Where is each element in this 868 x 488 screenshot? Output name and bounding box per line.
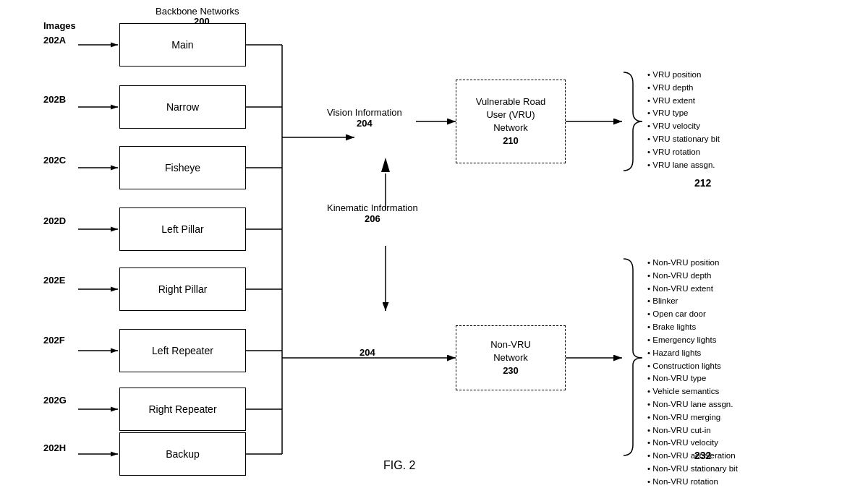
non-vru-output-list: Non-VRU positionNon-VRU depthNon-VRU ext…: [647, 257, 738, 488]
vru-net-line2: User (VRU): [476, 108, 545, 121]
vru-network-box: Vulnerable Road User (VRU) Network 210: [456, 80, 566, 163]
image-id-202D: 202D: [43, 215, 66, 226]
bb-box-left-pillar: Left Pillar: [119, 207, 246, 251]
non-vru-list-item: Non-VRU lane assgn.: [647, 398, 738, 411]
non-vru-net-number: 230: [490, 364, 531, 377]
vru-list-item: VRU rotation: [647, 146, 720, 159]
vru-net-line1: Vulnerable Road: [476, 95, 545, 108]
non-vru-net-line1: Non-VRU: [490, 338, 531, 351]
vru-list-item: VRU stationary bit: [647, 133, 720, 146]
non-vru-list-item: Emergency lights: [647, 334, 738, 347]
non-vru-list-item: Non-VRU merging: [647, 411, 738, 424]
non-vru-list-item: Non-VRU type: [647, 372, 738, 385]
image-id-202E: 202E: [43, 275, 65, 286]
non-vru-net-line2: Network: [490, 351, 531, 364]
vru-output-list: VRU positionVRU depthVRU extentVRU typeV…: [647, 69, 720, 172]
vru-output-number: 212: [694, 177, 711, 189]
vru-list-item: VRU lane assgn.: [647, 159, 720, 172]
bb-box-right-pillar: Right Pillar: [119, 267, 246, 311]
bb-box-main: Main: [119, 23, 246, 67]
vru-net-line3: Network: [476, 121, 545, 134]
non-vru-list-item: Non-VRU position: [647, 257, 738, 270]
image-id-202B: 202B: [43, 94, 66, 105]
vru-list-item: VRU position: [647, 69, 720, 82]
image-id-202G: 202G: [43, 395, 67, 406]
vru-net-number: 210: [476, 134, 545, 147]
image-id-202C: 202C: [43, 155, 66, 166]
non-vru-list-item: Non-VRU rotation: [647, 476, 738, 488]
image-id-202F: 202F: [43, 335, 65, 346]
vision-info-bottom-label: 204: [359, 347, 375, 358]
non-vru-list-item: Brake lights: [647, 321, 738, 334]
vru-list-item: VRU type: [647, 107, 720, 120]
diagram: Backbone Networks 200 Images 202A Main 2…: [0, 0, 868, 488]
non-vru-list-item: Non-VRU stationary bit: [647, 463, 738, 476]
bb-box-fisheye: Fisheye: [119, 146, 246, 189]
fig-label: FIG. 2: [383, 459, 415, 472]
backbone-header: Backbone Networks: [156, 6, 239, 17]
non-vru-list-item: Hazard lights: [647, 347, 738, 360]
bb-box-right-repeater: Right Repeater: [119, 388, 246, 431]
non-vru-list-item: Non-VRU acceleration: [647, 450, 738, 463]
non-vru-list-item: Non-VRU depth: [647, 270, 738, 283]
vru-list-item: VRU velocity: [647, 120, 720, 133]
kinematic-info-label: Kinematic Information 206: [327, 202, 418, 224]
bb-box-backup: Backup: [119, 432, 246, 476]
vision-info-label: Vision Information 204: [327, 107, 402, 129]
non-vru-list-item: Open car door: [647, 308, 738, 321]
vru-list-item: VRU extent: [647, 95, 720, 108]
svg-marker-6: [381, 158, 390, 172]
non-vru-list-item: Construction lights: [647, 360, 738, 373]
non-vru-network-box: Non-VRU Network 230: [456, 325, 566, 390]
bb-box-narrow: Narrow: [119, 85, 246, 129]
non-vru-list-item: Non-VRU cut-in: [647, 424, 738, 437]
bb-box-left-repeater: Left Repeater: [119, 329, 246, 372]
non-vru-output-number: 232: [694, 450, 711, 461]
non-vru-list-item: Blinker: [647, 295, 738, 308]
non-vru-list-item: Vehicle semantics: [647, 385, 738, 398]
non-vru-list-item: Non-VRU extent: [647, 283, 738, 296]
image-id-202H: 202H: [43, 442, 66, 453]
non-vru-list-item: Non-VRU velocity: [647, 437, 738, 450]
images-label: Images: [43, 20, 76, 31]
image-id-202A: 202A: [43, 35, 66, 46]
vru-list-item: VRU depth: [647, 82, 720, 95]
